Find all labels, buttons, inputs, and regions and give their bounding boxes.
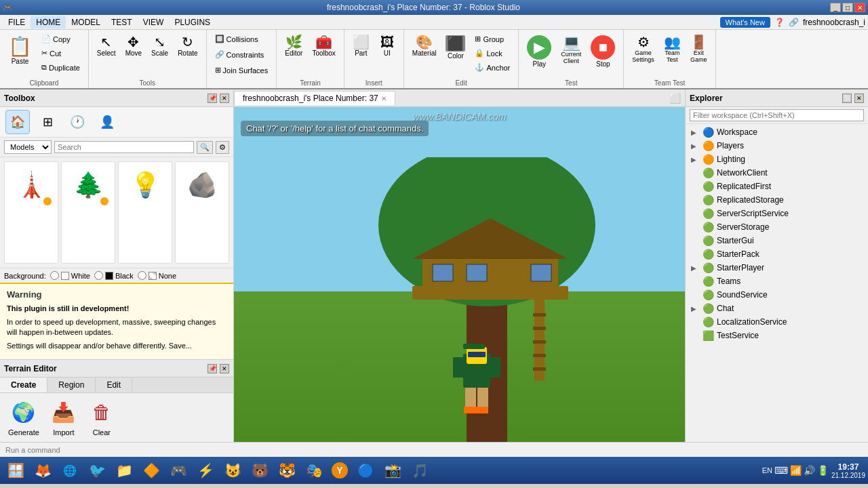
taskbar-fnaf[interactable]: 🎭	[301, 460, 327, 481]
menu-file[interactable]: FILE	[3, 16, 31, 28]
tree-item-replicatedstorage[interactable]: 🟢 ReplicatedStorage	[686, 193, 868, 207]
cut-button[interactable]: ✂Cut	[37, 47, 84, 60]
tree-item-starterpack[interactable]: 🟢 StarterPack	[686, 247, 868, 261]
play-button[interactable]: ▶ Play	[523, 33, 555, 70]
tree-item-workspace[interactable]: ▶ 🔵 Workspace	[686, 125, 868, 139]
close-button[interactable]: ✕	[854, 3, 865, 12]
share-icon[interactable]: 🔗	[789, 18, 799, 27]
part-button[interactable]: ⬜ Part	[349, 33, 374, 60]
command-input[interactable]	[5, 446, 863, 454]
join-surfaces-button[interactable]: ⊞Join Surfaces	[211, 64, 273, 77]
taskbar-music[interactable]: 🎵	[407, 460, 433, 481]
taskbar-files[interactable]: 📁	[111, 460, 137, 481]
tree-item-serverstorage[interactable]: 🟢 ServerStorage	[686, 220, 868, 234]
menu-test[interactable]: TEST	[106, 16, 138, 28]
model-item-rock[interactable]: 🪨	[175, 161, 229, 264]
taskbar-cat[interactable]: 😺	[220, 460, 245, 481]
model-item-lamp[interactable]: 💡	[118, 161, 172, 264]
move-button[interactable]: ✥ Move	[121, 33, 146, 60]
viewport-restore-button[interactable]: ⬜	[665, 92, 685, 105]
taskbar-app3[interactable]: 🐦	[84, 460, 110, 481]
terrain-import-tool[interactable]: 📥 Import	[50, 399, 77, 436]
ui-button[interactable]: 🖼 UI	[375, 33, 399, 60]
menu-model[interactable]: MODEL	[66, 16, 106, 28]
menu-plugins[interactable]: PLUGINS	[169, 16, 216, 28]
toolbox-button[interactable]: 🧰 Toolbox	[308, 33, 339, 60]
explorer-maximize-button[interactable]: ⬜	[842, 94, 852, 103]
tray-volume[interactable]: 🔊	[804, 465, 815, 476]
game-settings-button[interactable]: ⚙ GameSettings	[628, 33, 658, 66]
terrain-tab-edit[interactable]: Edit	[96, 378, 132, 392]
toolbox-user-tab[interactable]: 👤	[95, 110, 119, 134]
paste-button[interactable]: 📋 Paste	[4, 33, 36, 68]
terrain-tab-create[interactable]: Create	[0, 378, 47, 392]
terrain-editor-close-button[interactable]: ✕	[220, 364, 229, 373]
explorer-close-button[interactable]: ✕	[854, 94, 864, 103]
tree-item-soundservice[interactable]: 🟢 SoundService	[686, 288, 868, 302]
model-item-tower[interactable]: 🗼	[4, 161, 58, 264]
bg-white-radio[interactable]	[50, 271, 59, 280]
taskbar-firefox[interactable]: 🦊	[30, 460, 56, 481]
explorer-search-input[interactable]	[690, 109, 864, 121]
menu-view[interactable]: VIEW	[138, 16, 170, 28]
terrain-generate-tool[interactable]: 🌍 Generate	[8, 399, 39, 436]
tree-item-lighting[interactable]: ▶ 🟠 Lighting	[686, 152, 868, 166]
search-input[interactable]	[54, 141, 194, 153]
terrain-clear-tool[interactable]: 🗑 Clear	[88, 399, 115, 436]
tree-item-testservice[interactable]: 🟩 TestService	[686, 329, 868, 342]
toolbox-pin-button[interactable]: 📌	[208, 94, 217, 103]
collisions-button[interactable]: 🔲Collisions	[211, 33, 262, 45]
taskbar-camera[interactable]: 📸	[380, 460, 406, 481]
taskbar-bear[interactable]: 🐻	[247, 460, 273, 481]
tray-network[interactable]: 📶	[790, 465, 802, 476]
exit-game-button[interactable]: 🚪 ExitGame	[686, 33, 711, 66]
team-test-button[interactable]: 👥 TeamTest	[660, 33, 685, 66]
taskbar-start-button[interactable]: 🪟	[3, 460, 28, 481]
tray-keyboard[interactable]: ⌨	[774, 465, 788, 476]
minimize-button[interactable]: _	[830, 3, 841, 12]
taskbar-yandex[interactable]: 🔶	[138, 460, 164, 481]
viewport-tab-close[interactable]: ✕	[381, 95, 387, 102]
copy-button[interactable]: 📄Copy	[37, 33, 84, 45]
editor-button[interactable]: 🌿 Editor	[281, 33, 307, 60]
bg-black-radio[interactable]	[94, 271, 103, 280]
duplicate-button[interactable]: ⧉Duplicate	[37, 61, 84, 74]
bg-white-option[interactable]: White	[50, 271, 90, 280]
toolbox-close-button[interactable]: ✕	[220, 94, 229, 103]
tree-item-replicatedfirst[interactable]: 🟢 ReplicatedFirst	[686, 180, 868, 193]
rotate-button[interactable]: ↻ Rotate	[174, 33, 201, 60]
terrain-tab-region[interactable]: Region	[47, 378, 96, 392]
scale-button[interactable]: ⤡ Scale	[147, 33, 172, 60]
filter-button[interactable]: ⚙	[216, 141, 229, 154]
material-button[interactable]: 🎨 Material	[408, 33, 441, 60]
taskbar-game1[interactable]: 🎮	[165, 460, 191, 481]
taskbar-tiger[interactable]: 🐯	[274, 460, 300, 481]
toolbox-grid-tab[interactable]: ⊞	[35, 110, 60, 134]
tree-item-serverscriptservice[interactable]: 🟢 ServerScriptService	[686, 207, 868, 220]
maximize-button[interactable]: □	[842, 3, 853, 12]
tree-item-teams[interactable]: 🟢 Teams	[686, 274, 868, 288]
taskbar-roblox[interactable]: ⚡	[193, 460, 218, 481]
toolbox-recent-tab[interactable]: 🕐	[65, 110, 90, 134]
help-icon[interactable]: ❓	[774, 18, 785, 27]
viewport[interactable]: freshnoobcrash_i's Place Number: 37 ✕ ⬜ …	[234, 89, 685, 442]
bg-black-option[interactable]: Black	[94, 271, 134, 280]
tree-item-starterplayer[interactable]: ▶ 🟢 StarterPlayer	[686, 261, 868, 274]
viewport-tab[interactable]: freshnoobcrash_i's Place Number: 37 ✕	[234, 91, 395, 105]
lock-button[interactable]: 🔒Lock	[471, 47, 514, 60]
search-button[interactable]: 🔍	[197, 141, 213, 154]
tree-item-networkclient[interactable]: 🟢 NetworkClient	[686, 166, 868, 180]
constraints-button[interactable]: 🔗Constraints	[211, 48, 269, 61]
tree-item-players[interactable]: ▶ 🟠 Players	[686, 139, 868, 152]
bg-none-radio[interactable]	[138, 271, 146, 280]
anchor-button[interactable]: ⚓Anchor	[471, 61, 514, 74]
whatsnew-button[interactable]: What's New	[720, 17, 770, 28]
bg-none-option[interactable]: None	[138, 271, 176, 280]
menu-home[interactable]: HOME	[31, 16, 66, 28]
tree-item-chat[interactable]: ▶ 🟢 Chat	[686, 302, 868, 315]
toolbox-home-tab[interactable]: 🏠	[5, 110, 30, 134]
tree-item-localizationservice[interactable]: 🟢 LocalizationService	[686, 315, 868, 329]
taskbar-circle[interactable]: 🔵	[353, 460, 378, 481]
taskbar-ybrowser[interactable]: Y	[328, 460, 351, 481]
tree-item-startergui[interactable]: 🟢 StarterGui	[686, 234, 868, 247]
